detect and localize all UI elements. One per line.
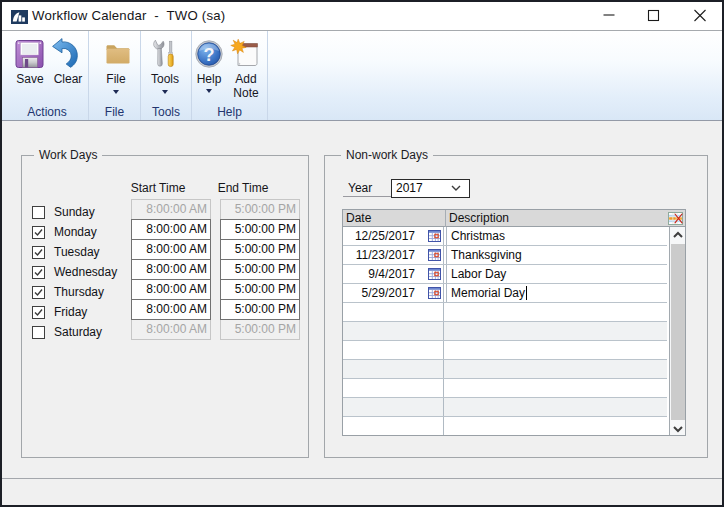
svg-text:?: ?: [204, 45, 215, 65]
